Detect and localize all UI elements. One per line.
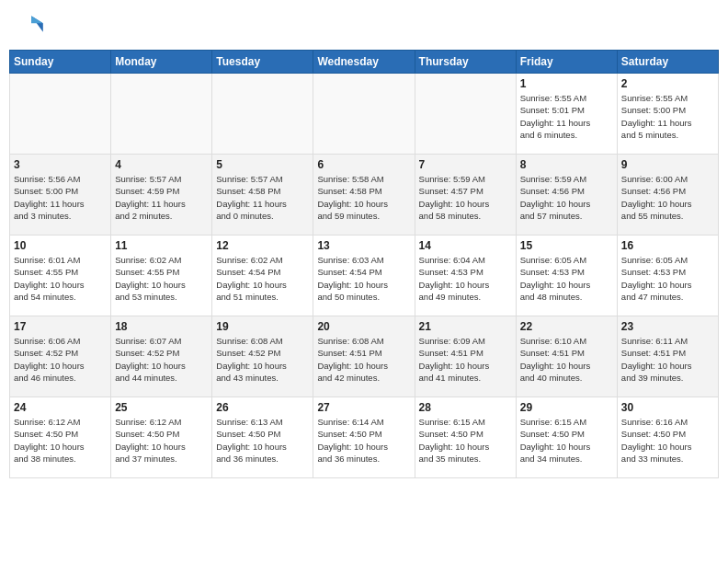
cal-cell: 17Sunrise: 6:06 AM Sunset: 4:52 PM Dayli… xyxy=(10,316,111,397)
header-row: SundayMondayTuesdayWednesdayThursdayFrid… xyxy=(10,51,719,74)
day-number: 19 xyxy=(216,320,309,333)
day-number: 12 xyxy=(216,239,309,252)
cell-info: Sunrise: 6:02 AM Sunset: 4:54 PM Dayligh… xyxy=(216,254,309,303)
cell-info: Sunrise: 5:59 AM Sunset: 4:56 PM Dayligh… xyxy=(520,173,613,222)
cal-cell: 11Sunrise: 6:02 AM Sunset: 4:55 PM Dayli… xyxy=(111,236,212,316)
cal-cell: 13Sunrise: 6:03 AM Sunset: 4:54 PM Dayli… xyxy=(313,236,415,316)
cal-cell: 24Sunrise: 6:12 AM Sunset: 4:50 PM Dayli… xyxy=(10,397,111,478)
cell-info: Sunrise: 6:12 AM Sunset: 4:50 PM Dayligh… xyxy=(14,416,107,465)
day-number: 30 xyxy=(621,401,714,414)
header xyxy=(0,0,728,50)
cell-info: Sunrise: 6:10 AM Sunset: 4:51 PM Dayligh… xyxy=(520,335,613,384)
day-number: 3 xyxy=(14,158,107,171)
day-number: 28 xyxy=(419,401,512,414)
cell-info: Sunrise: 6:14 AM Sunset: 4:50 PM Dayligh… xyxy=(317,416,410,465)
cell-info: Sunrise: 6:09 AM Sunset: 4:51 PM Dayligh… xyxy=(419,335,512,384)
cal-cell: 1Sunrise: 5:55 AM Sunset: 5:01 PM Daylig… xyxy=(516,74,617,155)
day-number: 17 xyxy=(14,320,107,333)
calendar: SundayMondayTuesdayWednesdayThursdayFrid… xyxy=(0,50,728,563)
cell-info: Sunrise: 5:55 AM Sunset: 5:00 PM Dayligh… xyxy=(621,92,714,141)
day-header-sunday: Sunday xyxy=(10,51,111,74)
day-number: 2 xyxy=(621,77,714,90)
calendar-week-1: 1Sunrise: 5:55 AM Sunset: 5:01 PM Daylig… xyxy=(10,74,719,155)
day-number: 7 xyxy=(419,158,512,171)
day-number: 27 xyxy=(317,401,410,414)
cell-info: Sunrise: 5:57 AM Sunset: 4:59 PM Dayligh… xyxy=(115,173,208,222)
cal-cell xyxy=(415,74,516,155)
day-number: 29 xyxy=(520,401,613,414)
day-number: 24 xyxy=(14,401,107,414)
cell-info: Sunrise: 6:12 AM Sunset: 4:50 PM Dayligh… xyxy=(115,416,208,465)
day-number: 14 xyxy=(419,239,512,252)
day-header-tuesday: Tuesday xyxy=(212,51,313,74)
cell-info: Sunrise: 6:08 AM Sunset: 4:51 PM Dayligh… xyxy=(317,335,410,384)
cal-cell: 20Sunrise: 6:08 AM Sunset: 4:51 PM Dayli… xyxy=(313,316,415,397)
cell-info: Sunrise: 6:01 AM Sunset: 4:55 PM Dayligh… xyxy=(14,254,107,303)
cell-info: Sunrise: 6:05 AM Sunset: 4:53 PM Dayligh… xyxy=(520,254,613,303)
cell-info: Sunrise: 6:15 AM Sunset: 4:50 PM Dayligh… xyxy=(520,416,613,465)
day-number: 9 xyxy=(621,158,714,171)
day-number: 4 xyxy=(115,158,208,171)
cal-cell: 14Sunrise: 6:04 AM Sunset: 4:53 PM Dayli… xyxy=(415,236,516,316)
cell-info: Sunrise: 5:59 AM Sunset: 4:57 PM Dayligh… xyxy=(419,173,512,222)
cal-cell: 5Sunrise: 5:57 AM Sunset: 4:58 PM Daylig… xyxy=(212,155,313,236)
day-number: 11 xyxy=(115,239,208,252)
day-header-friday: Friday xyxy=(516,51,617,74)
cell-info: Sunrise: 6:04 AM Sunset: 4:53 PM Dayligh… xyxy=(419,254,512,303)
cal-cell: 26Sunrise: 6:13 AM Sunset: 4:50 PM Dayli… xyxy=(212,397,313,478)
page: SundayMondayTuesdayWednesdayThursdayFrid… xyxy=(0,0,728,563)
calendar-week-4: 17Sunrise: 6:06 AM Sunset: 4:52 PM Dayli… xyxy=(10,316,719,397)
day-header-wednesday: Wednesday xyxy=(313,51,415,74)
logo xyxy=(17,13,50,42)
cell-info: Sunrise: 6:11 AM Sunset: 4:51 PM Dayligh… xyxy=(621,335,714,384)
cell-info: Sunrise: 6:06 AM Sunset: 4:52 PM Dayligh… xyxy=(14,335,107,384)
day-number: 18 xyxy=(115,320,208,333)
cal-cell: 18Sunrise: 6:07 AM Sunset: 4:52 PM Dayli… xyxy=(111,316,212,397)
cal-cell: 4Sunrise: 5:57 AM Sunset: 4:59 PM Daylig… xyxy=(111,155,212,236)
calendar-week-2: 3Sunrise: 5:56 AM Sunset: 5:00 PM Daylig… xyxy=(10,155,719,236)
cal-cell xyxy=(212,74,313,155)
cell-info: Sunrise: 5:56 AM Sunset: 5:00 PM Dayligh… xyxy=(14,173,107,222)
calendar-week-3: 10Sunrise: 6:01 AM Sunset: 4:55 PM Dayli… xyxy=(10,236,719,316)
cal-cell: 16Sunrise: 6:05 AM Sunset: 4:53 PM Dayli… xyxy=(617,236,718,316)
cal-cell: 28Sunrise: 6:15 AM Sunset: 4:50 PM Dayli… xyxy=(415,397,516,478)
cal-cell: 12Sunrise: 6:02 AM Sunset: 4:54 PM Dayli… xyxy=(212,236,313,316)
cell-info: Sunrise: 5:58 AM Sunset: 4:58 PM Dayligh… xyxy=(317,173,410,222)
cal-cell: 6Sunrise: 5:58 AM Sunset: 4:58 PM Daylig… xyxy=(313,155,415,236)
cell-info: Sunrise: 5:55 AM Sunset: 5:01 PM Dayligh… xyxy=(520,92,613,141)
cell-info: Sunrise: 6:05 AM Sunset: 4:53 PM Dayligh… xyxy=(621,254,714,303)
day-number: 16 xyxy=(621,239,714,252)
day-number: 26 xyxy=(216,401,309,414)
cell-info: Sunrise: 6:13 AM Sunset: 4:50 PM Dayligh… xyxy=(216,416,309,465)
day-number: 6 xyxy=(317,158,410,171)
cal-cell: 15Sunrise: 6:05 AM Sunset: 4:53 PM Dayli… xyxy=(516,236,617,316)
cal-cell: 23Sunrise: 6:11 AM Sunset: 4:51 PM Dayli… xyxy=(617,316,718,397)
day-number: 23 xyxy=(621,320,714,333)
day-number: 15 xyxy=(520,239,613,252)
cal-cell: 25Sunrise: 6:12 AM Sunset: 4:50 PM Dayli… xyxy=(111,397,212,478)
day-header-monday: Monday xyxy=(111,51,212,74)
day-number: 8 xyxy=(520,158,613,171)
cell-info: Sunrise: 6:07 AM Sunset: 4:52 PM Dayligh… xyxy=(115,335,208,384)
cal-cell xyxy=(111,74,212,155)
cal-cell: 10Sunrise: 6:01 AM Sunset: 4:55 PM Dayli… xyxy=(10,236,111,316)
day-number: 25 xyxy=(115,401,208,414)
day-header-saturday: Saturday xyxy=(617,51,718,74)
day-number: 1 xyxy=(520,77,613,90)
cal-cell: 7Sunrise: 5:59 AM Sunset: 4:57 PM Daylig… xyxy=(415,155,516,236)
day-number: 20 xyxy=(317,320,410,333)
cal-cell: 29Sunrise: 6:15 AM Sunset: 4:50 PM Dayli… xyxy=(516,397,617,478)
day-number: 10 xyxy=(14,239,107,252)
day-number: 5 xyxy=(216,158,309,171)
cal-cell: 3Sunrise: 5:56 AM Sunset: 5:00 PM Daylig… xyxy=(10,155,111,236)
calendar-week-5: 24Sunrise: 6:12 AM Sunset: 4:50 PM Dayli… xyxy=(10,397,719,478)
cell-info: Sunrise: 6:02 AM Sunset: 4:55 PM Dayligh… xyxy=(115,254,208,303)
cell-info: Sunrise: 6:00 AM Sunset: 4:56 PM Dayligh… xyxy=(621,173,714,222)
cell-info: Sunrise: 6:15 AM Sunset: 4:50 PM Dayligh… xyxy=(419,416,512,465)
cal-cell xyxy=(313,74,415,155)
cell-info: Sunrise: 6:08 AM Sunset: 4:52 PM Dayligh… xyxy=(216,335,309,384)
cal-cell xyxy=(10,74,111,155)
cell-info: Sunrise: 6:03 AM Sunset: 4:54 PM Dayligh… xyxy=(317,254,410,303)
cal-cell: 19Sunrise: 6:08 AM Sunset: 4:52 PM Dayli… xyxy=(212,316,313,397)
cell-info: Sunrise: 6:16 AM Sunset: 4:50 PM Dayligh… xyxy=(621,416,714,465)
